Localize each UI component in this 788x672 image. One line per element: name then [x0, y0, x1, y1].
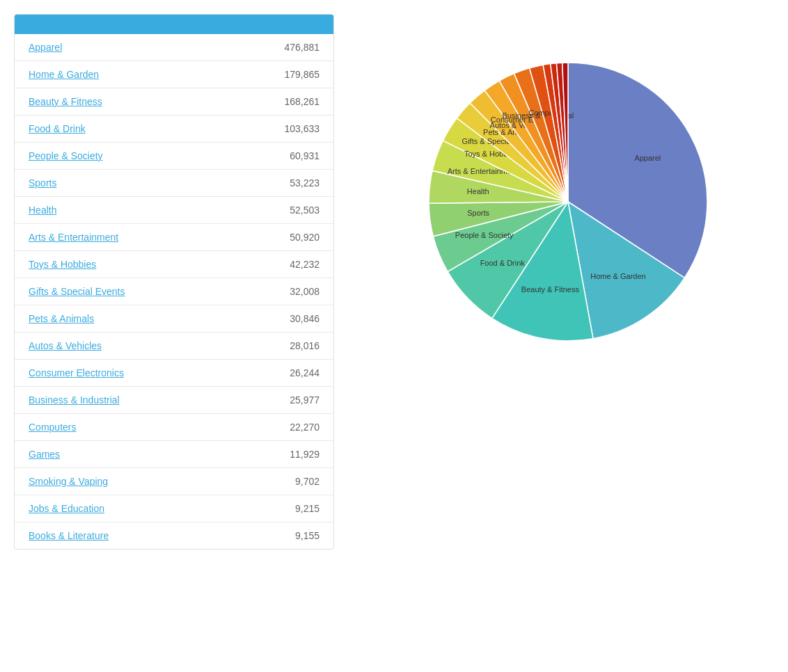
- table-row: Jobs & Education 9,215: [15, 495, 333, 522]
- table-row: Food & Drink 103,633: [15, 115, 333, 143]
- stores-cell: 103,633: [226, 115, 333, 143]
- stores-cell: 9,702: [226, 468, 333, 495]
- category-header: [15, 15, 226, 34]
- pie-chart-container: ApparelHome & GardenBeauty & FitnessFood…: [362, 14, 774, 376]
- table-row: Autos & Vehicles 28,016: [15, 333, 333, 360]
- category-cell[interactable]: Toys & Hobbies: [15, 251, 226, 278]
- pie-label: Food & Drink: [480, 259, 526, 267]
- table-row: Arts & Entertainment 50,920: [15, 224, 333, 251]
- pie-label: People & Society: [455, 231, 514, 239]
- category-cell[interactable]: Gifts & Special Events: [15, 278, 226, 305]
- category-cell[interactable]: Jobs & Education: [15, 495, 226, 522]
- category-cell[interactable]: Food & Drink: [15, 115, 226, 143]
- category-cell[interactable]: Autos & Vehicles: [15, 333, 226, 360]
- stores-cell: 9,215: [226, 495, 333, 522]
- table-row: Beauty & Fitness 168,261: [15, 88, 333, 115]
- category-cell[interactable]: Consumer Electronics: [15, 360, 226, 387]
- stores-cell: 476,881: [226, 34, 333, 61]
- stores-cell: 30,846: [226, 305, 333, 333]
- category-cell[interactable]: Sports: [15, 170, 226, 197]
- stores-cell: 42,232: [226, 251, 333, 278]
- table-row: Toys & Hobbies 42,232: [15, 251, 333, 278]
- stores-cell: 25,977: [226, 387, 333, 414]
- stores-cell: 52,503: [226, 197, 333, 224]
- table-row: Gifts & Special Events 32,008: [15, 278, 333, 305]
- category-cell[interactable]: Pets & Animals: [15, 305, 226, 333]
- stores-cell: 9,155: [226, 522, 333, 550]
- table-row: Home & Garden 179,865: [15, 61, 333, 88]
- category-cell[interactable]: Games: [15, 441, 226, 468]
- category-cell[interactable]: Home & Garden: [15, 61, 226, 88]
- table-row: Computers 22,270: [15, 414, 333, 441]
- table-row: Games 11,929: [15, 441, 333, 468]
- category-cell[interactable]: Health: [15, 197, 226, 224]
- stores-cell: 179,865: [226, 61, 333, 88]
- stores-cell: 28,016: [226, 333, 333, 360]
- table-row: Health 52,503: [15, 197, 333, 224]
- stores-cell: 50,920: [226, 224, 333, 251]
- pie-label: Apparel: [634, 154, 661, 162]
- category-cell[interactable]: Arts & Entertainment: [15, 224, 226, 251]
- stores-cell: 22,270: [226, 414, 333, 441]
- category-table: Apparel 476,881 Home & Garden 179,865 Be…: [14, 14, 334, 550]
- category-cell[interactable]: Books & Literature: [15, 522, 226, 550]
- stores-cell: 26,244: [226, 360, 333, 387]
- table-row: Smoking & Vaping 9,702: [15, 468, 333, 495]
- stores-header: [226, 15, 333, 34]
- stores-cell: 53,223: [226, 170, 333, 197]
- table-row: Books & Literature 9,155: [15, 522, 333, 550]
- table-row: Consumer Electronics 26,244: [15, 360, 333, 387]
- pie-label: Home & Garden: [590, 272, 645, 280]
- table-row: Pets & Animals 30,846: [15, 305, 333, 333]
- category-cell[interactable]: Apparel: [15, 34, 226, 61]
- category-cell[interactable]: People & Society: [15, 143, 226, 170]
- table-row: People & Society 60,931: [15, 143, 333, 170]
- category-cell[interactable]: Business & Industrial: [15, 387, 226, 414]
- table-row: Apparel 476,881: [15, 34, 333, 61]
- stores-cell: 60,931: [226, 143, 333, 170]
- table-row: Business & Industrial 25,977: [15, 387, 333, 414]
- stores-cell: 11,929: [226, 441, 333, 468]
- category-cell[interactable]: Computers: [15, 414, 226, 441]
- table-row: Sports 53,223: [15, 170, 333, 197]
- category-cell[interactable]: Beauty & Fitness: [15, 88, 226, 115]
- pie-label: Sports: [467, 209, 489, 217]
- stores-cell: 168,261: [226, 88, 333, 115]
- category-cell[interactable]: Smoking & Vaping: [15, 468, 226, 495]
- pie-label: Health: [467, 187, 489, 195]
- stores-cell: 32,008: [226, 278, 333, 305]
- pie-label: Beauty & Fitness: [521, 285, 580, 294]
